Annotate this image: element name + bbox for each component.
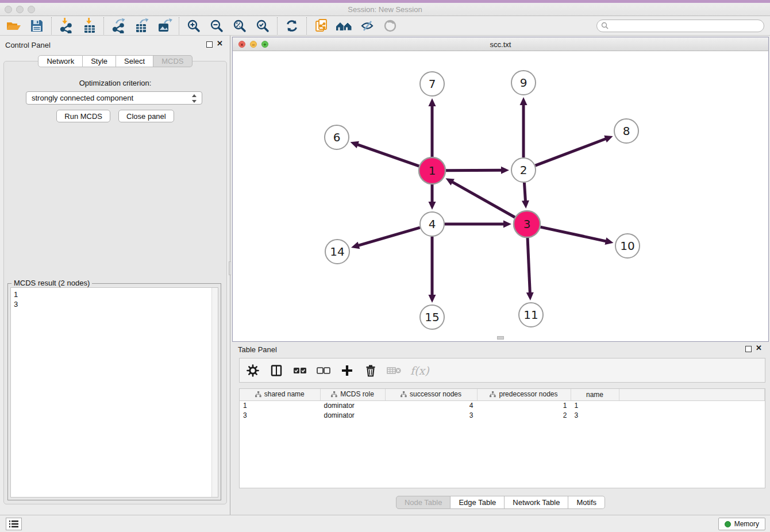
toolbar-separator xyxy=(51,17,52,34)
tab-network[interactable]: Network xyxy=(38,55,83,67)
zoom-selected-button[interactable] xyxy=(251,17,274,34)
hierarchy-icon xyxy=(255,391,261,398)
graph-edge-4-14[interactable] xyxy=(357,228,420,246)
show-column-button[interactable] xyxy=(269,363,284,378)
zoom-fit-icon xyxy=(232,18,247,33)
column-header-successor-nodes[interactable]: successor nodes xyxy=(385,389,477,400)
checked-boxes-icon xyxy=(293,367,307,375)
cell-mcds-role[interactable]: dominator xyxy=(320,410,385,420)
search-input[interactable] xyxy=(596,20,764,32)
zoom-in-button[interactable] xyxy=(182,17,205,34)
graph-edge-1-6[interactable] xyxy=(356,144,419,166)
table-row[interactable]: 1 dominator 4 1 1 xyxy=(240,400,765,410)
export-image-button[interactable] xyxy=(153,17,176,34)
refresh-layout-button[interactable] xyxy=(280,17,303,34)
import-table-button[interactable] xyxy=(78,17,101,34)
cell-successor-nodes[interactable]: 3 xyxy=(385,410,477,420)
deselect-all-columns-button[interactable] xyxy=(316,363,331,378)
import-network-icon xyxy=(59,18,74,33)
result-scrollbar[interactable] xyxy=(211,288,218,497)
mcds-result-textarea[interactable]: 1 3 xyxy=(10,287,218,498)
cell-mcds-role[interactable]: dominator xyxy=(320,400,385,410)
home-layout-icon xyxy=(336,18,353,33)
cell-shared-name[interactable]: 3 xyxy=(240,410,320,420)
optimization-criterion-select[interactable]: strongly connected component xyxy=(26,91,202,105)
table-toolbar: f(x) xyxy=(239,358,765,383)
cell-name[interactable]: 3 xyxy=(571,410,619,420)
control-panel: Control Panel ✕ Network Style Select MCD… xyxy=(0,36,230,515)
export-table-icon xyxy=(134,18,149,33)
tab-style[interactable]: Style xyxy=(83,55,116,67)
float-panel-icon[interactable] xyxy=(206,41,213,48)
graph-edge-2-3[interactable] xyxy=(524,183,525,202)
combo-arrows-icon xyxy=(191,94,198,103)
zoom-out-button[interactable] xyxy=(205,17,228,34)
table-panel-close-icon[interactable]: ✕ xyxy=(756,344,762,352)
save-session-button[interactable] xyxy=(25,17,48,34)
delete-table-button[interactable] xyxy=(387,363,402,378)
status-bar: Memory xyxy=(0,515,770,532)
clone-network-button[interactable] xyxy=(310,17,333,34)
tab-edge-table[interactable]: Edge Table xyxy=(451,496,505,509)
zoom-fit-button[interactable] xyxy=(228,17,251,34)
unchecked-boxes-icon xyxy=(317,367,330,375)
graph-edge-2-8[interactable] xyxy=(536,138,607,165)
network-graph[interactable]: 7968124314101511 xyxy=(233,51,768,341)
toggle-bird-view-button[interactable] xyxy=(379,17,402,34)
table-panel-float-icon[interactable] xyxy=(745,346,752,352)
graph-edge-1-2[interactable] xyxy=(446,170,503,171)
close-panel-icon[interactable]: ✕ xyxy=(217,40,223,48)
cell-predecessor-nodes[interactable]: 1 xyxy=(477,400,571,410)
tab-mcds[interactable]: MCDS xyxy=(153,55,192,67)
graph-node-label: 4 xyxy=(429,217,436,231)
close-panel-button[interactable]: Close panel xyxy=(118,110,174,122)
tab-network-table[interactable]: Network Table xyxy=(505,496,568,509)
graph-edge-3-11[interactable] xyxy=(528,238,530,294)
run-mcds-button[interactable]: Run MCDS xyxy=(56,110,110,122)
tab-select[interactable]: Select xyxy=(116,55,153,67)
network-window-titlebar[interactable]: × − + scc.txt xyxy=(233,37,768,51)
table-row[interactable]: 3 dominator 3 2 3 xyxy=(240,410,765,420)
graph-edge-arrowhead xyxy=(429,295,436,303)
column-header-name[interactable]: name xyxy=(571,389,619,400)
apply-preferred-layout-button[interactable] xyxy=(333,17,356,34)
column-header-predecessor-nodes[interactable]: predecessor nodes xyxy=(477,389,571,400)
result-line: 1 xyxy=(14,290,218,299)
import-table-icon xyxy=(82,18,97,33)
cell-name[interactable]: 1 xyxy=(571,400,619,410)
cell-successor-nodes[interactable]: 4 xyxy=(385,400,477,410)
column-header-mcds-role[interactable]: MCDS role xyxy=(320,389,385,400)
delete-column-button[interactable] xyxy=(363,363,378,378)
network-splitter-grip[interactable] xyxy=(497,336,504,340)
cell-predecessor-nodes[interactable]: 2 xyxy=(477,410,571,420)
mcds-result-title: MCDS result (2 nodes) xyxy=(11,279,92,287)
graph-edge-arrowhead xyxy=(501,167,509,174)
graph-edge-3-10[interactable] xyxy=(540,227,607,241)
window-titlebar: Session: New Session xyxy=(0,0,770,16)
task-history-button[interactable] xyxy=(6,518,22,530)
graph-edge-arrowhead xyxy=(503,221,511,228)
tab-motifs[interactable]: Motifs xyxy=(568,496,605,509)
select-all-columns-button[interactable] xyxy=(292,363,307,378)
column-header-shared-name[interactable]: shared name xyxy=(240,389,320,400)
cell-shared-name[interactable]: 1 xyxy=(240,400,320,410)
graph-node-label: 2 xyxy=(520,163,528,177)
zoom-out-icon xyxy=(209,18,224,33)
network-view-window: × − + scc.txt 7968124314101511 xyxy=(232,37,769,342)
open-session-button[interactable] xyxy=(2,17,25,34)
tab-node-table[interactable]: Node Table xyxy=(396,496,451,509)
add-column-button[interactable] xyxy=(340,363,355,378)
import-network-button[interactable] xyxy=(55,17,78,34)
graph-edge-3-1[interactable] xyxy=(451,182,515,218)
main-toolbar xyxy=(0,16,770,36)
export-network-button[interactable] xyxy=(107,17,130,34)
function-builder-button[interactable]: f(x) xyxy=(410,363,429,378)
graph-edge-arrowhead xyxy=(429,202,436,210)
memory-status-dot xyxy=(725,521,731,527)
export-table-button[interactable] xyxy=(130,17,153,34)
table-settings-button[interactable] xyxy=(245,363,260,378)
memory-button[interactable]: Memory xyxy=(718,518,765,530)
show-graphics-details-button[interactable] xyxy=(356,17,379,34)
search-icon xyxy=(601,22,609,30)
node-table[interactable]: shared name MCDS role successor nodes pr… xyxy=(239,388,765,488)
